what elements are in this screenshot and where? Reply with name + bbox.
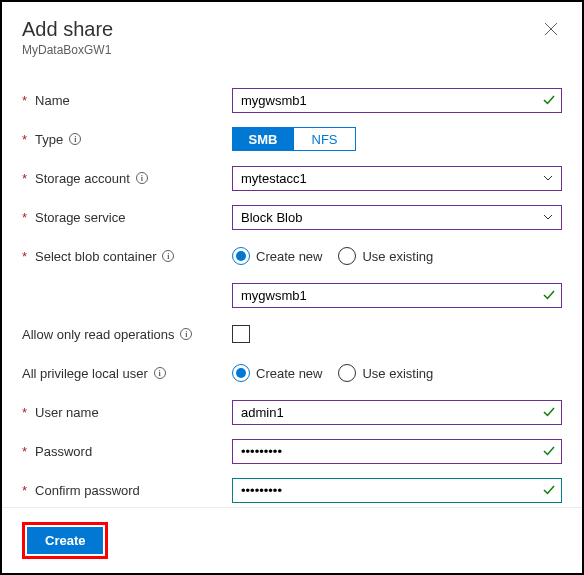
label-storage-service: *Storage service — [22, 210, 232, 225]
label-storage-account: *Storage account — [22, 171, 232, 186]
container-name-input[interactable] — [232, 283, 562, 308]
info-icon[interactable] — [162, 250, 174, 262]
radio-user-create-new[interactable]: Create new — [232, 364, 322, 382]
label-blob-container: *Select blob container — [22, 249, 232, 264]
info-icon[interactable] — [136, 172, 148, 184]
user-name-input[interactable] — [232, 400, 562, 425]
toggle-smb[interactable]: SMB — [232, 127, 294, 151]
password-input[interactable] — [232, 439, 562, 464]
create-button[interactable]: Create — [27, 527, 103, 554]
label-allow-read-only: Allow only read operations — [22, 327, 232, 342]
type-toggle: SMB NFS — [232, 127, 562, 151]
confirm-password-input[interactable] — [232, 478, 562, 503]
toggle-nfs[interactable]: NFS — [294, 127, 356, 151]
label-user-name: *User name — [22, 405, 232, 420]
label-confirm-password: *Confirm password — [22, 483, 232, 498]
label-password: *Password — [22, 444, 232, 459]
radio-container-create-new[interactable]: Create new — [232, 247, 322, 265]
storage-service-select[interactable]: Block Blob — [232, 205, 562, 230]
highlight-box: Create — [22, 522, 108, 559]
label-all-priv-user: All privilege local user — [22, 366, 232, 381]
label-name: *Name — [22, 93, 232, 108]
allow-read-only-checkbox[interactable] — [232, 325, 250, 343]
panel-subtitle: MyDataBoxGW1 — [22, 43, 113, 57]
radio-container-use-existing[interactable]: Use existing — [338, 247, 433, 265]
name-input[interactable] — [232, 88, 562, 113]
close-icon[interactable] — [540, 18, 562, 40]
label-type: *Type — [22, 132, 232, 147]
storage-account-select[interactable]: mytestacc1 — [232, 166, 562, 191]
info-icon[interactable] — [180, 328, 192, 340]
info-icon[interactable] — [154, 367, 166, 379]
panel-title: Add share — [22, 18, 113, 41]
radio-user-use-existing[interactable]: Use existing — [338, 364, 433, 382]
info-icon[interactable] — [69, 133, 81, 145]
